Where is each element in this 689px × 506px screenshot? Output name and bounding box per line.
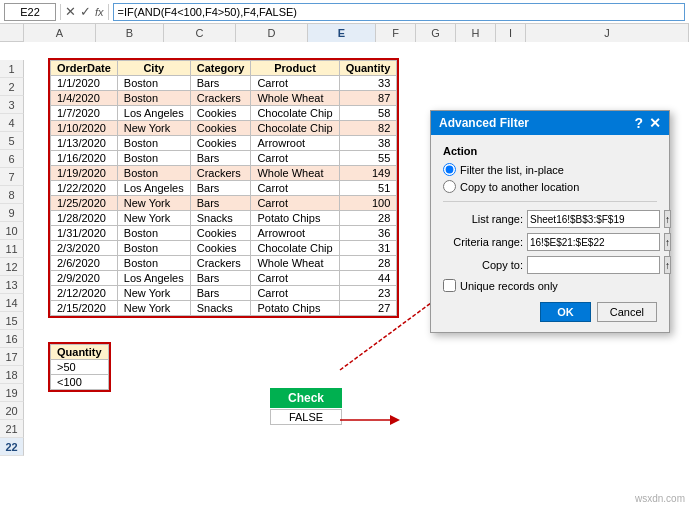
table-row[interactable]: 1/31/2020BostonCookiesArrowroot36 <box>51 226 397 241</box>
row-num-9[interactable]: 9 <box>0 204 24 222</box>
criteria-header: Quantity <box>51 345 109 360</box>
col-G[interactable]: G <box>416 24 456 42</box>
table-row[interactable]: 2/15/2020New YorkSnacksPotato Chips27 <box>51 301 397 316</box>
check-button-area: Check FALSE <box>270 388 342 425</box>
col-F[interactable]: F <box>376 24 416 42</box>
dialog-title-bar: Advanced Filter ? ✕ <box>431 111 669 135</box>
col-E[interactable]: E <box>308 24 376 42</box>
col-C[interactable]: C <box>164 24 236 42</box>
data-table: OrderDate City Category Product Quantity… <box>50 60 397 316</box>
cancel-icon[interactable]: ✕ <box>65 4 76 19</box>
row-num-10[interactable]: 10 <box>0 222 24 240</box>
table-row[interactable]: 1/10/2020New YorkCookiesChocolate Chip82 <box>51 121 397 136</box>
list-range-input[interactable] <box>527 210 660 228</box>
radio-filter-inplace-label: Filter the list, in-place <box>460 164 564 176</box>
unique-records-label: Unique records only <box>460 280 558 292</box>
copy-to-expand-button[interactable]: ↑ <box>664 256 671 274</box>
table-row[interactable]: 1/28/2020New YorkSnacksPotato Chips28 <box>51 211 397 226</box>
confirm-icon[interactable]: ✓ <box>80 4 91 19</box>
radio-copy-label: Copy to another location <box>460 181 579 193</box>
cell-reference[interactable] <box>4 3 56 21</box>
row-num-19[interactable]: 19 <box>0 384 24 402</box>
table-row[interactable]: 2/3/2020BostonCookiesChocolate Chip31 <box>51 241 397 256</box>
row-num-5[interactable]: 5 <box>0 132 24 150</box>
action-label: Action <box>443 145 657 157</box>
col-B[interactable]: B <box>96 24 164 42</box>
ok-button[interactable]: OK <box>540 302 591 322</box>
criteria-range-expand-button[interactable]: ↑ <box>664 233 671 251</box>
row-num-22[interactable]: 22 <box>0 438 24 456</box>
row-num-1[interactable]: 1 <box>0 60 24 78</box>
table-row[interactable]: 1/4/2020BostonCrackersWhole Wheat87 <box>51 91 397 106</box>
row-num-16[interactable]: 16 <box>0 330 24 348</box>
copy-to-input[interactable] <box>527 256 660 274</box>
col-A[interactable]: A <box>24 24 96 42</box>
row-num-14[interactable]: 14 <box>0 294 24 312</box>
dialog-title-icons: ? ✕ <box>634 115 661 131</box>
table-row[interactable]: 2/9/2020Los AngelesBarsCarrot44 <box>51 271 397 286</box>
radio-copy-input[interactable] <box>443 180 456 193</box>
column-headers: A B C D E F G H I J <box>0 24 689 42</box>
col-header-quantity[interactable]: Quantity <box>339 61 397 76</box>
data-table-wrapper: OrderDate City Category Product Quantity… <box>48 58 399 318</box>
formula-input[interactable] <box>113 3 685 21</box>
col-header-orderdate[interactable]: OrderDate <box>51 61 118 76</box>
col-header-category[interactable]: Category <box>190 61 251 76</box>
criteria-box: Quantity >50 <100 <box>48 342 111 392</box>
list-range-expand-button[interactable]: ↑ <box>664 210 671 228</box>
dialog-body: Action Filter the list, in-place Copy to… <box>431 135 669 332</box>
col-header-product[interactable]: Product <box>251 61 339 76</box>
row-num-17[interactable]: 17 <box>0 348 24 366</box>
row-num-12[interactable]: 12 <box>0 258 24 276</box>
insert-function-icon[interactable]: fx <box>95 6 104 18</box>
unique-records-checkbox[interactable] <box>443 279 456 292</box>
check-button[interactable]: Check <box>270 388 342 408</box>
table-row[interactable]: 1/19/2020BostonCrackersWhole Wheat149 <box>51 166 397 181</box>
criteria-row: <100 <box>51 375 109 390</box>
criteria-table: Quantity >50 <100 <box>50 344 109 390</box>
copy-to-row: Copy to: ↑ <box>443 256 657 274</box>
row-num-7[interactable]: 7 <box>0 168 24 186</box>
dialog-title: Advanced Filter <box>439 116 529 130</box>
radio-filter-inplace[interactable]: Filter the list, in-place <box>443 163 657 176</box>
table-row[interactable]: 2/6/2020BostonCrackersWhole Wheat28 <box>51 256 397 271</box>
col-I[interactable]: I <box>496 24 526 42</box>
row-num-6[interactable]: 6 <box>0 150 24 168</box>
criteria-range-row: Criteria range: ↑ <box>443 233 657 251</box>
dialog-help-icon[interactable]: ? <box>634 115 643 131</box>
row-num-11[interactable]: 11 <box>0 240 24 258</box>
table-row[interactable]: 1/16/2020BostonBarsCarrot55 <box>51 151 397 166</box>
criteria-range-label: Criteria range: <box>443 236 523 248</box>
dialog-close-icon[interactable]: ✕ <box>649 115 661 131</box>
table-row[interactable]: 1/13/2020BostonCookiesArrowroot38 <box>51 136 397 151</box>
row-num-18[interactable]: 18 <box>0 366 24 384</box>
col-header-city[interactable]: City <box>117 61 190 76</box>
unique-records-row[interactable]: Unique records only <box>443 279 657 292</box>
row-num-2[interactable]: 2 <box>0 78 24 96</box>
criteria-range-input[interactable] <box>527 233 660 251</box>
row-num-21[interactable]: 21 <box>0 420 24 438</box>
table-row[interactable]: 1/1/2020BostonBarsCarrot33 <box>51 76 397 91</box>
list-range-row: List range: ↑ <box>443 210 657 228</box>
row-num-13[interactable]: 13 <box>0 276 24 294</box>
table-row[interactable]: 1/25/2020New YorkBarsCarrot100 <box>51 196 397 211</box>
table-row[interactable]: 1/22/2020Los AngelesBarsCarrot51 <box>51 181 397 196</box>
row-num-3[interactable]: 3 <box>0 96 24 114</box>
table-row[interactable]: 2/12/2020New YorkBarsCarrot23 <box>51 286 397 301</box>
radio-filter-inplace-input[interactable] <box>443 163 456 176</box>
row-num-8[interactable]: 8 <box>0 186 24 204</box>
cancel-button[interactable]: Cancel <box>597 302 657 322</box>
row-num-20[interactable]: 20 <box>0 402 24 420</box>
radio-copy-location[interactable]: Copy to another location <box>443 180 657 193</box>
watermark: wsxdn.com <box>635 493 685 504</box>
table-row[interactable]: 1/7/2020Los AngelesCookiesChocolate Chip… <box>51 106 397 121</box>
dialog-buttons: OK Cancel <box>443 302 657 322</box>
col-H[interactable]: H <box>456 24 496 42</box>
row-num-15[interactable]: 15 <box>0 312 24 330</box>
col-J[interactable]: J <box>526 24 689 42</box>
copy-to-label: Copy to: <box>443 259 523 271</box>
col-D[interactable]: D <box>236 24 308 42</box>
row-num-4[interactable]: 4 <box>0 114 24 132</box>
formula-bar: ✕ ✓ fx <box>0 0 689 24</box>
formula-icons: ✕ ✓ fx <box>65 4 104 19</box>
